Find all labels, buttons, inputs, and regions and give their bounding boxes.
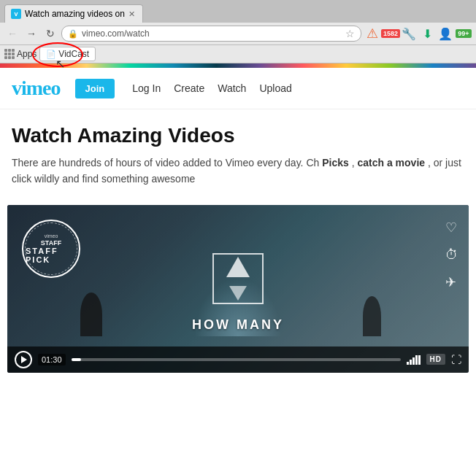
address-bar[interactable]: 🔒 vimeo.com/watch ☆ — [61, 26, 361, 42]
desc-movie: catch a movie — [357, 157, 425, 169]
triangle-outer — [212, 253, 264, 304]
reload-icon: ↻ — [46, 28, 55, 39]
share-icon[interactable]: ✈ — [445, 274, 458, 290]
tab-bar: v Watch amazing videos on ✕ — [0, 0, 476, 23]
extension-warning-icon[interactable]: ⚠ — [364, 26, 380, 42]
forward-icon: → — [26, 28, 37, 39]
nav-watch[interactable]: Watch — [218, 82, 246, 94]
watch-later-icon[interactable]: ⏱ — [445, 247, 458, 263]
extension-badge1[interactable]: 1582 — [383, 26, 399, 42]
apps-label: Apps — [17, 49, 37, 59]
video-controls: 01:30 HD ⛶ — [7, 346, 469, 373]
page-content: Watch Amazing Videos There are hundreds … — [0, 109, 476, 195]
page-description: There are hundreds of hours of video add… — [12, 155, 464, 187]
video-background: vimeo STAFF STAFF PICK HOW MANY ♡ ⏱ ✈ — [7, 205, 469, 373]
video-sidebar-icons: ♡ ⏱ ✈ — [445, 220, 458, 290]
vimeo-logo[interactable]: vimeo — [12, 77, 61, 100]
nav-bar: ← → ↻ 🔒 vimeo.com/watch ☆ ⚠ 1582 🔧 ⬇ — [0, 23, 476, 45]
forward-button[interactable]: → — [23, 26, 39, 42]
extension-user-icon[interactable]: 👤 — [437, 26, 453, 42]
vidcast-label: VidCast — [58, 49, 89, 59]
time-display: 01:30 — [38, 354, 66, 365]
bookmark-star-icon[interactable]: ☆ — [345, 28, 355, 39]
nav-icons: ⚠ 1582 🔧 ⬇ 👤 99+ — [364, 26, 472, 42]
staff-pick-staff-label: STAFF — [41, 239, 61, 247]
play-icon — [21, 356, 27, 363]
volume-bars — [407, 355, 421, 365]
staff-pick-badge: vimeo STAFF STAFF PICK — [22, 220, 80, 278]
nav-upload[interactable]: Upload — [259, 82, 291, 94]
extension-badge2[interactable]: 99+ — [456, 26, 472, 42]
hd-badge: HD — [426, 354, 445, 365]
desc-movie-link[interactable]: catch a movie — [357, 157, 425, 169]
triangle-down-icon — [229, 286, 247, 301]
desc-picks: Picks — [322, 157, 349, 169]
extension-puzzle-icon[interactable]: 🔧 — [401, 26, 417, 42]
bookmark-file-icon: 📄 — [46, 50, 56, 59]
video-title: HOW MANY — [192, 317, 284, 333]
badge2-label: 99+ — [456, 29, 471, 38]
vimeo-header: vimeo Join Log In Create Watch Upload — [0, 68, 476, 109]
triangle-up-icon — [226, 257, 250, 277]
join-button[interactable]: Join — [75, 79, 115, 98]
page-title: Watch Amazing Videos — [12, 124, 464, 147]
reload-button[interactable]: ↻ — [42, 26, 58, 42]
like-icon[interactable]: ♡ — [445, 220, 458, 236]
vol-bar-4 — [415, 355, 418, 365]
extension-download-icon[interactable]: ⬇ — [419, 26, 435, 42]
vol-bar-2 — [410, 360, 412, 365]
tab-title: Watch amazing videos on — [25, 9, 125, 19]
vidcast-bookmark[interactable]: 📄 VidCast — [39, 47, 96, 61]
progress-fill — [72, 358, 82, 361]
apps-grid-icon — [4, 49, 15, 59]
fullscreen-button[interactable]: ⛶ — [451, 354, 461, 365]
desc-picks-link[interactable]: Picks — [322, 157, 349, 169]
vol-bar-1 — [407, 362, 409, 365]
play-button[interactable] — [15, 351, 32, 368]
nav-login[interactable]: Log In — [132, 82, 161, 94]
bookmarks-bar: Apps 📄 VidCast ↖ — [0, 45, 476, 63]
back-icon: ← — [7, 28, 18, 39]
desc-start: There are hundreds of hours of video add… — [12, 157, 319, 169]
progress-bar[interactable] — [72, 358, 401, 361]
browser-window: v Watch amazing videos on ✕ ← → ↻ 🔒 vime… — [0, 0, 476, 63]
address-text: vimeo.com/watch — [82, 28, 150, 39]
video-center-logo — [212, 253, 264, 304]
staff-pick-vimeo-label: vimeo — [45, 233, 58, 239]
nav-create[interactable]: Create — [174, 82, 204, 94]
back-button[interactable]: ← — [4, 26, 20, 42]
lock-icon: 🔒 — [68, 29, 78, 39]
tab-close-button[interactable]: ✕ — [128, 9, 135, 19]
main-nav: Log In Create Watch Upload — [132, 82, 292, 94]
tab-favicon: v — [11, 9, 21, 19]
vol-bar-5 — [418, 355, 421, 365]
apps-button[interactable]: Apps — [4, 49, 37, 59]
staff-pick-pick-label: STAFF PICK — [26, 247, 77, 264]
video-player[interactable]: vimeo STAFF STAFF PICK HOW MANY ♡ ⏱ ✈ — [7, 205, 469, 373]
active-tab[interactable]: v Watch amazing videos on ✕ — [4, 4, 143, 23]
triangle-stack — [226, 257, 250, 301]
badge1-label: 1582 — [381, 29, 400, 38]
figure-left — [80, 293, 102, 336]
figure-right — [363, 296, 381, 336]
vol-bar-3 — [412, 357, 415, 365]
staff-pick-inner: vimeo STAFF STAFF PICK — [25, 222, 77, 275]
